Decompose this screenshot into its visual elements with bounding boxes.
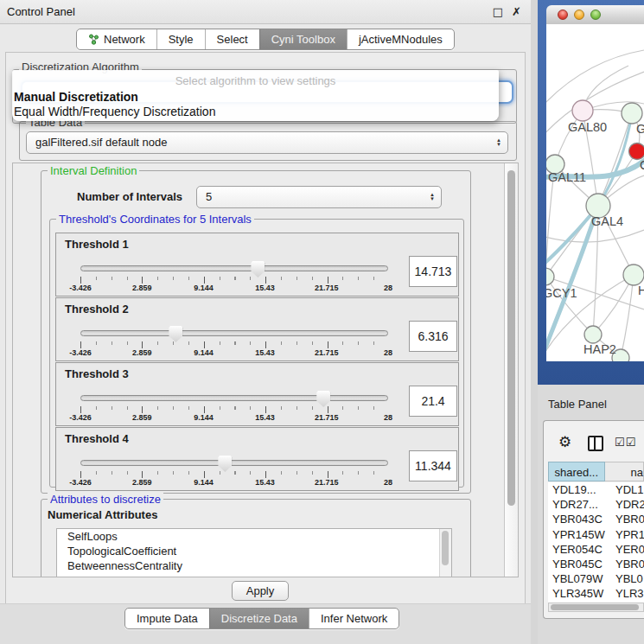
tab-select[interactable]: Select bbox=[205, 29, 259, 49]
table-row[interactable]: YDR27... YDR2 bbox=[548, 497, 644, 512]
attributes-group-title: Attributes to discretize bbox=[48, 493, 163, 506]
numerical-attributes-list[interactable]: SelfLoops TopologicalCoefficient Between… bbox=[56, 528, 452, 577]
split-columns-icon[interactable] bbox=[588, 436, 603, 451]
tick-label: 15.43 bbox=[245, 348, 286, 357]
attribute-list-item[interactable]: TopologicalCoefficient bbox=[57, 544, 451, 558]
column-header-shared-name[interactable]: shared... bbox=[548, 462, 605, 481]
tab-network[interactable]: Network bbox=[77, 29, 156, 49]
float-window-icon[interactable]: □ bbox=[493, 5, 503, 18]
settings-scrollpane: Interval Definition Number of Intervals … bbox=[12, 163, 519, 577]
tab-cyni-toolbox[interactable]: Cyni Toolbox bbox=[259, 29, 347, 49]
scrollbar-thumb[interactable] bbox=[551, 604, 639, 610]
tick-label: 21.715 bbox=[306, 413, 348, 422]
table-row[interactable]: YBR045C YBR0 bbox=[548, 557, 644, 571]
table-horizontal-scrollbar[interactable] bbox=[548, 603, 644, 612]
column-header-name[interactable]: na bbox=[605, 462, 644, 481]
tab-style[interactable]: Style bbox=[156, 29, 205, 49]
table-row[interactable]: YLR345W YLR3 bbox=[548, 586, 644, 601]
table-row[interactable]: YDL19... YDL1 bbox=[548, 482, 644, 497]
screen: Control Panel □ ✗ Network Style Select C… bbox=[0, 0, 644, 644]
network-view-canvas[interactable]: GAL80 G C GAL11 GAL4 GCY1 H HAP2 bbox=[546, 24, 644, 361]
numerical-attributes-label: Numerical Attributes bbox=[48, 508, 157, 521]
tick-label: 15.43 bbox=[245, 284, 286, 292]
node-gcy1[interactable] bbox=[546, 268, 554, 285]
svg-text:H: H bbox=[638, 284, 644, 297]
table-row[interactable]: YER054C YER0 bbox=[548, 542, 644, 557]
threshold-value-field[interactable]: 6.316 bbox=[409, 321, 457, 352]
tick-label: -3.426 bbox=[60, 348, 101, 357]
close-traffic-light-icon[interactable] bbox=[558, 10, 568, 20]
node-top-right[interactable] bbox=[622, 103, 642, 124]
table-row[interactable]: YPR145W YPR1 bbox=[548, 527, 644, 542]
slider-thumb[interactable] bbox=[169, 326, 182, 342]
slider-thumb[interactable] bbox=[251, 261, 265, 277]
tick-label: 9.144 bbox=[182, 413, 224, 422]
table-row[interactable]: YBR043C YBR0 bbox=[548, 512, 644, 526]
network-window-titlebar[interactable] bbox=[546, 5, 644, 25]
minimize-traffic-light-icon[interactable] bbox=[574, 10, 584, 20]
list-scrollbar[interactable] bbox=[439, 529, 451, 577]
tick-label: 21.715 bbox=[306, 284, 348, 292]
node-selected-red[interactable] bbox=[629, 143, 644, 160]
threshold-slider[interactable] bbox=[80, 389, 388, 408]
attribute-list-item[interactable]: BetweennessCentrality bbox=[57, 558, 451, 573]
svg-text:GAL11: GAL11 bbox=[548, 170, 586, 184]
settings-scrollbar[interactable] bbox=[504, 163, 518, 577]
number-of-intervals-label: Number of Intervals bbox=[77, 190, 182, 203]
tab-discretize-data[interactable]: Discretize Data bbox=[209, 609, 309, 628]
threshold-label: Threshold 4 bbox=[65, 432, 129, 445]
tick-label: 28 bbox=[367, 348, 409, 357]
threshold-slider[interactable] bbox=[80, 259, 388, 278]
slider-ticks bbox=[80, 277, 389, 284]
popup-option-manual[interactable]: Manual Discretization bbox=[14, 90, 138, 104]
tick-label: 28 bbox=[367, 478, 409, 487]
slider-tick-labels: -3.426 2.859 9.144 15.43 21.715 28 bbox=[80, 478, 388, 488]
tick-label: 2.859 bbox=[121, 284, 163, 292]
tick-label: 28 bbox=[367, 284, 409, 292]
table-data-combobox[interactable]: galFiltered.sif default node ▲▼ bbox=[26, 131, 508, 154]
threshold-value-field[interactable]: 21.4 bbox=[409, 386, 457, 417]
slider-ticks bbox=[80, 471, 389, 478]
algorithm-popup: Select algorithm to view settings Manual… bbox=[12, 70, 499, 121]
zoom-traffic-light-icon[interactable] bbox=[590, 10, 601, 20]
node-hap2[interactable] bbox=[584, 326, 602, 343]
tick-label: 21.715 bbox=[306, 348, 348, 357]
slider-tick-labels: -3.426 2.859 9.144 15.43 21.715 28 bbox=[80, 284, 388, 294]
threshold-panel: Threshold 2 -3.426 2.859 9.144 15.43 21.… bbox=[55, 297, 459, 361]
close-icon[interactable]: ✗ bbox=[512, 5, 521, 18]
table-data-combobox-value: galFiltered.sif default node bbox=[35, 136, 167, 149]
node-h[interactable] bbox=[623, 265, 644, 285]
combo-stepper-icon: ▲▼ bbox=[496, 138, 501, 147]
tab-infer-network[interactable]: Infer Network bbox=[309, 609, 399, 628]
slider-thumb[interactable] bbox=[218, 456, 232, 472]
gear-icon[interactable]: ⚙ bbox=[558, 433, 571, 450]
select-columns-checkboxes-icon[interactable]: ☑☑ bbox=[615, 436, 636, 449]
threshold-value-field[interactable]: 11.344 bbox=[409, 450, 457, 481]
svg-text:GAL4: GAL4 bbox=[591, 214, 623, 228]
tick-label: 2.859 bbox=[121, 348, 163, 357]
slider-thumb[interactable] bbox=[316, 391, 330, 407]
node-labels: GAL80 G C GAL11 GAL4 GCY1 H HAP2 bbox=[546, 120, 644, 356]
table-body[interactable]: YDL19... YDL1 YDR27... YDR2 YBR043C YBR0… bbox=[548, 482, 644, 603]
attribute-list-item[interactable]: SelfLoops bbox=[57, 529, 451, 544]
threshold-slider[interactable] bbox=[80, 454, 388, 473]
tab-jactivemnodules[interactable]: jActiveMNodules bbox=[347, 29, 454, 49]
node-gal80[interactable] bbox=[572, 100, 593, 121]
slider-tick-labels: -3.426 2.859 9.144 15.43 21.715 28 bbox=[80, 348, 388, 359]
popup-hint: Select algorithm to view settings bbox=[12, 74, 499, 87]
popup-option-equal-width[interactable]: Equal Width/Frequency Discretization bbox=[14, 105, 215, 118]
apply-button[interactable]: Apply bbox=[232, 581, 289, 601]
number-of-intervals-combobox[interactable]: 5 ▲▼ bbox=[196, 186, 442, 208]
top-tab-bar: Network Style Select Cyni Toolbox jActiv… bbox=[76, 29, 455, 50]
threshold-label: Threshold 2 bbox=[65, 303, 129, 316]
combo-stepper-icon: ▲▼ bbox=[430, 193, 435, 201]
tick-label: -3.426 bbox=[60, 413, 101, 422]
table-row[interactable]: YBL079W YBL0 bbox=[548, 571, 644, 586]
network-graph: GAL80 G C GAL11 GAL4 GCY1 H HAP2 bbox=[546, 24, 644, 361]
tick-label: 21.715 bbox=[306, 478, 348, 487]
threshold-value-field[interactable]: 14.713 bbox=[409, 256, 457, 287]
tick-label: 9.144 bbox=[182, 478, 224, 487]
threshold-slider[interactable] bbox=[80, 324, 388, 343]
scrollbar-thumb[interactable] bbox=[507, 170, 515, 506]
tab-impute-data[interactable]: Impute Data bbox=[125, 609, 209, 628]
